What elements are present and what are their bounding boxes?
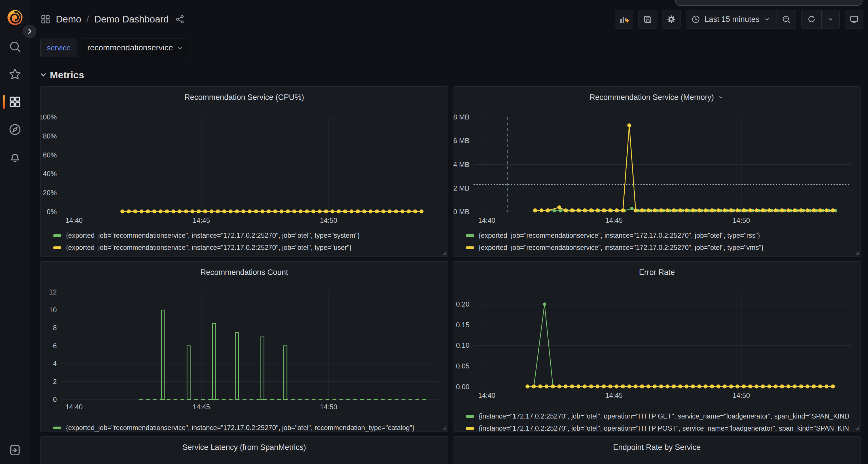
svg-text:14:50: 14:50 [320, 403, 337, 411]
legend-label: {exported_job="recommendationservice", i… [66, 424, 414, 432]
panel-title[interactable]: Recommendation Service (Memory) [453, 87, 861, 103]
sidebar-item-alerting[interactable] [0, 143, 30, 171]
svg-text:20%: 20% [43, 189, 57, 197]
panel-title-text: Error Rate [639, 268, 675, 277]
legend-label: {exported_job="recommendationservice", i… [66, 244, 352, 252]
legend-swatch [466, 246, 474, 249]
svg-text:4: 4 [53, 360, 57, 368]
row-title: Metrics [50, 69, 84, 80]
add-panel-icon [619, 14, 629, 25]
svg-text:14:45: 14:45 [193, 403, 210, 411]
breadcrumb: Demo / Demo Dashboard [40, 14, 185, 25]
legend-swatch [466, 234, 474, 237]
legend-item[interactable]: {exported_job="recommendationservice", i… [53, 422, 448, 432]
grafana-dashboard: { "breadcrumb": { "section": "Demo", "se… [0, 0, 868, 464]
sidebar-item-starred[interactable] [0, 61, 30, 88]
variable-label[interactable]: service [40, 39, 77, 57]
sidebar [0, 0, 30, 464]
sidebar-item-sign-in[interactable] [0, 436, 30, 464]
svg-text:2 MB: 2 MB [453, 184, 469, 192]
panel-title-text: Recommendations Count [200, 268, 288, 277]
chevron-down-icon [764, 15, 771, 23]
row-metrics-toggle[interactable]: Metrics [41, 68, 868, 81]
svg-text:0.00: 0.00 [456, 383, 469, 391]
panel-title[interactable]: Error Rate [453, 262, 861, 278]
panel-recommendations-count: Recommendations Count 14:4014:4514:50024… [40, 261, 448, 432]
sidebar-item-search[interactable] [0, 33, 30, 61]
sidebar-bottom [0, 436, 30, 464]
variable-selected-value: recommendationservice [87, 43, 173, 53]
svg-text:12: 12 [49, 288, 57, 296]
legend-memory: {exported_job="recommendationservice", i… [453, 229, 861, 254]
sidebar-expand-button[interactable] [23, 25, 36, 38]
chevron-down-icon [177, 44, 182, 49]
star-icon [8, 68, 22, 81]
tv-cycle-button[interactable] [845, 10, 863, 29]
chart-memory[interactable]: 14:4014:4514:500 MB2 MB4 MB6 MB8 MB [453, 111, 861, 227]
panel-title[interactable]: Recommendations Count [41, 262, 448, 278]
panel-title-text: Recommendation Service (Memory) [590, 93, 714, 102]
chart-cpu[interactable]: 14:4014:4514:500%20%40%60%80%100% [41, 111, 448, 227]
apps-grid-icon [40, 14, 51, 25]
svg-text:14:40: 14:40 [478, 217, 495, 224]
zoom-out-button[interactable] [776, 10, 796, 28]
dashboard-settings-button[interactable] [662, 10, 681, 29]
svg-text:100%: 100% [41, 113, 57, 121]
panel-resize-handle[interactable] [855, 426, 859, 430]
chart-error-rate[interactable]: 14:4014:4514:500.000.050.100.150.20 [453, 287, 861, 407]
main-area: Demo / Demo Dashboard [30, 0, 868, 464]
panel-title[interactable]: Recommendation Service (CPU%) [41, 87, 448, 103]
refresh-controls [802, 10, 840, 29]
svg-text:4 MB: 4 MB [453, 161, 469, 168]
legend-item[interactable]: {exported_job="recommendationservice", i… [53, 229, 448, 241]
variable-value-dropdown[interactable]: recommendationservice [81, 39, 188, 57]
legend-label: {instance="172.17.0.2:25270", job="otel"… [478, 425, 849, 432]
share-button[interactable] [175, 14, 185, 24]
panel-title-text: Service Latency (from SpanMetrics) [182, 443, 306, 452]
time-range-picker[interactable]: Last 15 minutes [686, 10, 776, 28]
svg-text:0: 0 [53, 396, 57, 403]
sidebar-menu [0, 33, 30, 171]
svg-text:14:45: 14:45 [606, 392, 623, 399]
legend-item[interactable]: {instance="172.17.0.2:25270", job="otel"… [466, 422, 861, 432]
panel-title[interactable]: Endpoint Rate by Service [453, 437, 861, 453]
chart-recommendations-count[interactable]: 14:4014:4514:50024681012 [41, 287, 448, 419]
refresh-interval-button[interactable] [822, 10, 839, 28]
panel-menu-caret-icon[interactable] [717, 94, 724, 101]
panel-resize-handle[interactable] [442, 426, 446, 430]
sign-out-icon [8, 443, 22, 457]
legend-swatch [466, 415, 474, 418]
template-variables-row: service recommendationservice [30, 36, 868, 58]
time-range-label: Last 15 minutes [705, 15, 760, 24]
breadcrumb-separator: / [86, 14, 89, 25]
panel-resize-handle[interactable] [442, 251, 446, 255]
save-dashboard-button[interactable] [639, 10, 657, 29]
legend-item[interactable]: {exported_job="recommendationservice", i… [466, 241, 861, 254]
legend-item[interactable]: {exported_job="recommendationservice", i… [53, 241, 448, 254]
legend-label: {exported_job="recommendationservice", i… [66, 232, 360, 239]
breadcrumb-folder[interactable]: Demo [56, 14, 81, 25]
dashboards-grid-icon [8, 95, 22, 108]
add-panel-button[interactable] [615, 10, 633, 29]
panel-title[interactable]: Service Latency (from SpanMetrics) [41, 437, 448, 453]
panel-service-latency: Service Latency (from SpanMetrics) [40, 436, 448, 464]
sidebar-item-dashboards[interactable] [0, 88, 30, 116]
panel-title-text: Recommendation Service (CPU%) [184, 93, 304, 102]
breadcrumb-dashboard[interactable]: Demo Dashboard [94, 14, 169, 25]
svg-text:0.10: 0.10 [456, 341, 469, 349]
panel-endpoint-rate: Endpoint Rate by Service [453, 436, 861, 464]
sidebar-item-explore[interactable] [0, 116, 30, 143]
svg-text:0.15: 0.15 [456, 321, 469, 329]
zoom-out-icon [782, 15, 791, 24]
legend-item[interactable]: {instance="172.17.0.2:25270", job="otel"… [466, 410, 861, 422]
clock-icon [691, 15, 701, 24]
refresh-button[interactable] [802, 10, 822, 28]
share-icon [175, 14, 185, 24]
svg-text:14:40: 14:40 [65, 403, 83, 411]
refresh-icon [807, 15, 816, 24]
compass-icon [8, 123, 22, 136]
panel-resize-handle[interactable] [855, 251, 859, 255]
legend-label: {instance="172.17.0.2:25270", job="otel"… [478, 412, 849, 420]
search-icon [8, 40, 22, 53]
legend-item[interactable]: {exported_job="recommendationservice", i… [466, 229, 861, 241]
